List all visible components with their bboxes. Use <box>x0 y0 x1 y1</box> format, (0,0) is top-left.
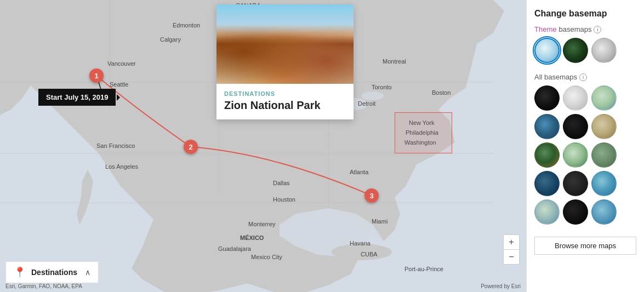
marker-3[interactable]: 3 <box>364 188 379 203</box>
basemap-globe-light-gray[interactable] <box>563 85 588 111</box>
theme-section: Theme basemaps i <box>534 25 636 66</box>
theme-basemap-row <box>534 38 636 63</box>
all-basemap-row-3 <box>534 142 636 168</box>
basemap-globe-light-blue[interactable] <box>534 38 560 63</box>
all-basemaps-section: All basemaps i <box>534 73 636 228</box>
basemap-globe-terrain[interactable] <box>591 142 617 168</box>
basemap-globe-satellite[interactable] <box>563 38 588 63</box>
svg-point-10 <box>332 244 392 260</box>
basemap-globe-dark3[interactable] <box>563 171 588 196</box>
basemap-globe-gray[interactable] <box>591 38 617 63</box>
popup-image <box>216 4 354 84</box>
all-info-icon[interactable]: i <box>579 73 587 81</box>
all-basemap-row-4 <box>534 171 636 196</box>
all-basemap-row-2 <box>534 114 636 139</box>
popup-card[interactable]: DESTINATIONS Zion National Park <box>216 4 354 119</box>
layer-label: Destinations <box>31 268 79 277</box>
location-icon: 📍 <box>14 266 26 278</box>
all-basemap-row-5 <box>534 199 636 225</box>
marker-2[interactable]: 2 <box>184 140 198 154</box>
basemap-globe-world[interactable] <box>591 85 617 111</box>
zoom-out-button[interactable]: − <box>504 250 519 264</box>
esri-attribution: Powered by Esri <box>481 283 521 289</box>
layer-legend[interactable]: 📍 Destinations ∧ <box>5 261 99 283</box>
popup-category: DESTINATIONS <box>224 90 346 97</box>
all-basemap-row-1 <box>534 85 636 111</box>
theme-word: Theme <box>534 25 556 33</box>
svg-point-2 <box>362 91 384 100</box>
basemap-panel: Change basemap Theme basemaps i All base… <box>526 0 644 292</box>
marker-1[interactable]: 1 <box>89 68 104 83</box>
basemap-globe-ocean[interactable] <box>534 171 560 196</box>
basemap-globe-x2[interactable] <box>563 199 588 225</box>
basemaps-word: basemaps <box>558 25 591 33</box>
basemap-globe-blue-green[interactable] <box>534 114 560 139</box>
panel-title: Change basemap <box>534 9 636 19</box>
layer-chevron-icon: ∧ <box>85 268 90 277</box>
basemap-globe-topo[interactable] <box>563 142 588 168</box>
basemap-globe-x1[interactable] <box>534 199 560 225</box>
all-basemaps-label: All basemaps i <box>534 73 636 81</box>
basemap-globe-x3[interactable] <box>591 199 617 225</box>
basemap-globe-dark2[interactable] <box>563 114 588 139</box>
basemap-globe-colored[interactable] <box>591 171 617 196</box>
basemap-globe-dark[interactable] <box>534 85 560 111</box>
map-attribution: Esri, Garmin, FAO, NOAA, EPA <box>5 283 82 289</box>
popup-title: Zion National Park <box>224 99 346 112</box>
all-basemaps-text: All basemaps <box>534 73 577 81</box>
map-container[interactable]: CANADA Edmonton Calgary Vancouver Seattl… <box>0 0 526 292</box>
basemap-globe-nat-geo[interactable] <box>591 114 617 139</box>
browse-more-maps-button[interactable]: Browse more maps <box>534 237 636 255</box>
basemap-globe-sat-streets[interactable] <box>534 142 560 168</box>
zoom-in-button[interactable]: + <box>504 235 519 249</box>
zoom-controls[interactable]: + − <box>503 234 520 265</box>
theme-info-icon[interactable]: i <box>594 26 601 33</box>
theme-label: Theme basemaps i <box>534 25 636 33</box>
